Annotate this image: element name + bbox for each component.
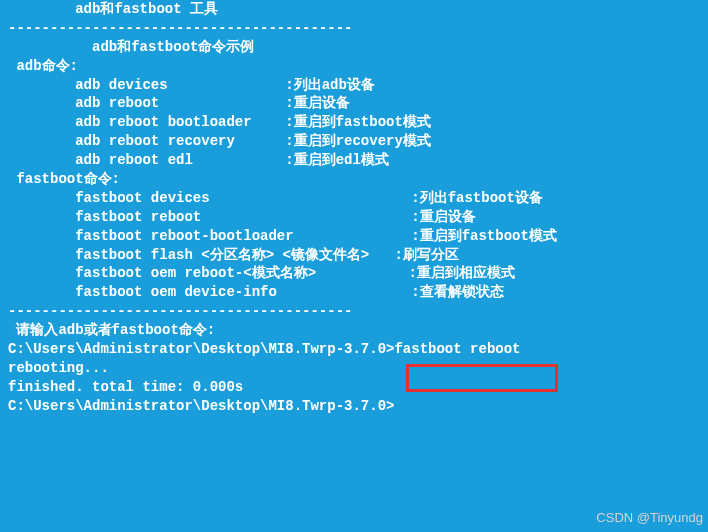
terminal-line: ----------------------------------------… <box>8 302 700 321</box>
terminal-prompt[interactable]: C:\Users\Administrator\Desktop\MI8.Twrp-… <box>8 397 700 416</box>
terminal-line: adb reboot recovery :重启到recovery模式 <box>8 132 700 151</box>
watermark-text: CSDN @Tinyundg <box>596 509 703 527</box>
terminal-line: fastboot oem device-info :查看解锁状态 <box>8 283 700 302</box>
terminal-line: fastboot oem reboot-<模式名称> :重启到相应模式 <box>8 264 700 283</box>
terminal-line: adb和fastboot 工具 <box>8 0 700 19</box>
terminal-line: finished. total time: 0.000s <box>8 378 700 397</box>
terminal-line: fastboot reboot-bootloader :重启到fastboot模… <box>8 227 700 246</box>
terminal-line: adb reboot :重启设备 <box>8 94 700 113</box>
terminal-line: fastboot命令: <box>8 170 700 189</box>
terminal-line: fastboot reboot :重启设备 <box>8 208 700 227</box>
terminal-line: C:\Users\Administrator\Desktop\MI8.Twrp-… <box>8 340 700 359</box>
terminal-line: fastboot flash <分区名称> <镜像文件名> :刷写分区 <box>8 246 700 265</box>
terminal-line: fastboot devices :列出fastboot设备 <box>8 189 700 208</box>
terminal-line: ----------------------------------------… <box>8 19 700 38</box>
terminal-line: 请输入adb或者fastboot命令: <box>8 321 700 340</box>
terminal-line: rebooting... <box>8 359 700 378</box>
terminal-line: adb命令: <box>8 57 700 76</box>
terminal-line: adb devices :列出adb设备 <box>8 76 700 95</box>
terminal-line: adb reboot bootloader :重启到fastboot模式 <box>8 113 700 132</box>
terminal-line: adb和fastboot命令示例 <box>8 38 700 57</box>
terminal-line: adb reboot edl :重启到edl模式 <box>8 151 700 170</box>
